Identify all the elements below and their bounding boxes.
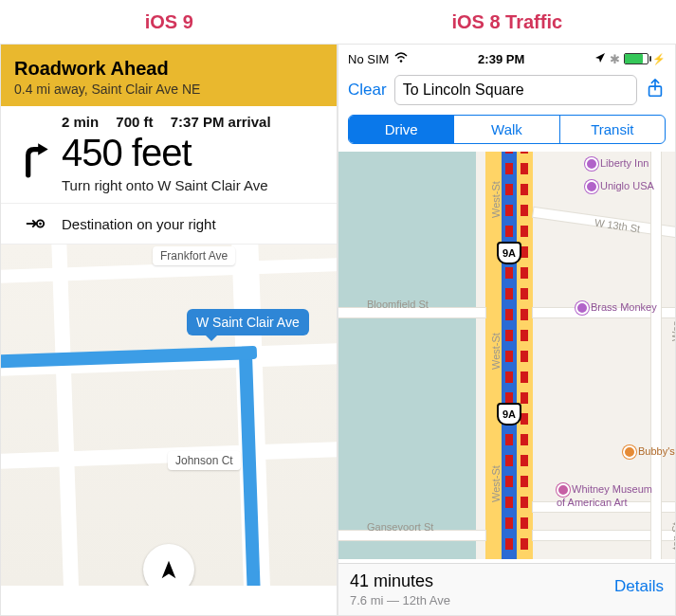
status-time: 2:39 PM xyxy=(478,52,524,66)
ios8-pane: No SIM 2:39 PM ✱ ⚡ Clear To Lincoln Squa… xyxy=(338,44,676,616)
nav-eta: 7:37 PM arrival xyxy=(171,114,271,130)
status-carrier: No SIM xyxy=(348,52,389,66)
heading-ios9: iOS 9 xyxy=(0,11,338,33)
ios9-pane: Roadwork Ahead 0.4 mi away, Saint Clair … xyxy=(0,44,338,616)
street-callout-saintclair[interactable]: W Saint Clair Ave xyxy=(187,309,309,335)
map-view-left[interactable]: Frankfort Ave W Saint Clair Ave Johnson … xyxy=(1,245,337,586)
map-view-right[interactable]: 9A 9A West-St West-St West-St Was ton St… xyxy=(338,152,675,559)
mode-segmented-control[interactable]: Drive Walk Transit xyxy=(348,115,666,144)
label-gansevoort: Gansevoort St xyxy=(367,521,433,533)
search-field[interactable]: To Lincoln Square xyxy=(394,75,637,105)
banner-title: Roadwork Ahead xyxy=(14,58,323,80)
nav-big-distance: 450 feet xyxy=(62,134,268,172)
poi-bubbys[interactable]: Bubby's H xyxy=(623,445,675,459)
destination-text: Destination on your right xyxy=(62,216,216,232)
traffic-overlay-2 xyxy=(521,152,528,559)
nav-time: 2 min xyxy=(62,114,99,130)
highway-shield-9a-top: 9A xyxy=(497,242,521,264)
segment-transit[interactable]: Transit xyxy=(559,116,665,143)
poi-whitney-museum[interactable]: Whitney Museum of American Art xyxy=(557,483,661,508)
wifi-icon xyxy=(394,52,408,66)
destination-row: Destination on your right xyxy=(1,204,337,245)
roadwork-banner: Roadwork Ahead 0.4 mi away, Saint Clair … xyxy=(1,45,337,106)
location-arrow-icon xyxy=(594,52,606,66)
locate-button[interactable] xyxy=(143,544,194,586)
status-bar: No SIM 2:39 PM ✱ ⚡ xyxy=(338,45,675,69)
segment-drive[interactable]: Drive xyxy=(349,116,453,143)
svg-point-2 xyxy=(400,60,403,63)
route-eta: 41 minutes xyxy=(350,571,450,591)
nav-instruction: Turn right onto W Saint Clair Ave xyxy=(62,177,268,193)
heading-ios8-traffic: iOS 8 Traffic xyxy=(338,11,677,33)
clear-button[interactable]: Clear xyxy=(348,81,387,100)
poi-liberty-inn[interactable]: Liberty Inn xyxy=(585,157,649,171)
label-west-st-2: West-St xyxy=(490,333,502,370)
segment-walk[interactable]: Walk xyxy=(453,116,558,143)
nav-meta: 2 min 700 ft 7:37 PM arrival xyxy=(14,114,323,130)
route-distance: 7.6 mi — 12th Ave xyxy=(350,593,450,607)
traffic-overlay xyxy=(505,152,513,559)
navigation-card: 2 min 700 ft 7:37 PM arrival 450 feet Tu… xyxy=(1,106,337,204)
turn-right-icon xyxy=(14,139,56,183)
svg-point-1 xyxy=(39,223,42,226)
battery-icon xyxy=(624,53,649,64)
banner-subtitle: 0.4 mi away, Saint Clair Ave NE xyxy=(14,82,323,97)
details-button[interactable]: Details xyxy=(614,577,664,596)
nav-short-distance: 700 ft xyxy=(116,114,153,130)
street-label-johnson: Johnson Ct xyxy=(168,451,241,470)
destination-icon xyxy=(14,213,56,234)
street-label-frankfort: Frankfort Ave xyxy=(153,246,235,265)
poi-brass-monkey[interactable]: Brass Monkey xyxy=(576,301,657,315)
share-button[interactable] xyxy=(645,78,666,102)
label-bloomfield: Bloomfield St xyxy=(367,299,429,310)
label-west-st-3: West-St xyxy=(490,465,502,502)
bluetooth-icon: ✱ xyxy=(610,52,620,66)
charging-icon: ⚡ xyxy=(652,53,666,65)
hudson-river xyxy=(338,152,476,559)
label-wash: Was xyxy=(670,320,675,341)
route-summary-bar: 41 minutes 7.6 mi — 12th Ave Details xyxy=(338,563,675,615)
label-west-st-1: West-St xyxy=(490,181,502,218)
label-ton-st: ton St xyxy=(670,522,675,550)
label-w13th: W 13th St xyxy=(594,217,640,235)
poi-uniglo[interactable]: Uniglo USA xyxy=(585,180,654,193)
highway-shield-9a-bottom: 9A xyxy=(497,403,521,426)
